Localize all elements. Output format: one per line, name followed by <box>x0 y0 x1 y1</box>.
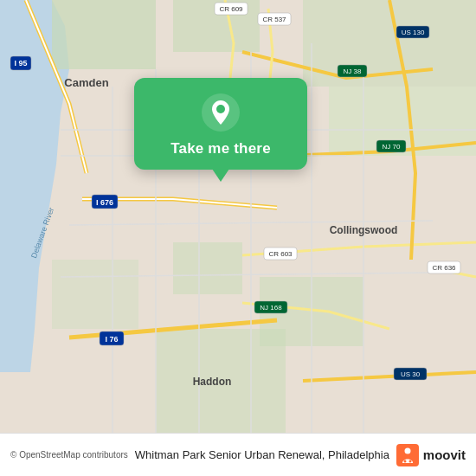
svg-rect-8 <box>52 260 138 329</box>
svg-point-39 <box>216 105 225 113</box>
svg-text:CR 609: CR 609 <box>219 5 243 13</box>
svg-point-41 <box>404 447 410 453</box>
svg-text:CR 537: CR 537 <box>262 16 286 23</box>
svg-text:CR 636: CR 636 <box>432 264 456 272</box>
svg-text:US 30: US 30 <box>401 370 421 378</box>
svg-rect-6 <box>173 242 242 294</box>
location-pin-icon <box>202 93 240 132</box>
svg-text:Haddon: Haddon <box>193 376 232 388</box>
svg-point-43 <box>408 460 411 462</box>
moovit-text: moovit <box>423 447 466 462</box>
map-background: CR 609 CR 537 US 130 NJ 38 NJ 70 I 95 I … <box>0 0 476 433</box>
svg-rect-40 <box>396 444 419 466</box>
svg-text:NJ 168: NJ 168 <box>260 304 282 312</box>
place-name: Whitman Park Senior Urban Renewal, Phila… <box>135 448 396 461</box>
copyright-text: © OpenStreetMap contributors <box>10 450 128 460</box>
svg-text:I 95: I 95 <box>14 59 27 68</box>
svg-text:CR 603: CR 603 <box>268 250 293 258</box>
svg-rect-2 <box>52 0 156 69</box>
svg-text:Collingswood: Collingswood <box>330 224 398 236</box>
bottom-bar: © OpenStreetMap contributors Whitman Par… <box>0 433 476 476</box>
svg-text:NJ 70: NJ 70 <box>383 143 401 151</box>
popup-label: Take me there <box>170 140 271 158</box>
svg-text:I 676: I 676 <box>96 198 113 207</box>
map-container: CR 609 CR 537 US 130 NJ 38 NJ 70 I 95 I … <box>0 0 476 433</box>
svg-text:I 76: I 76 <box>105 335 118 344</box>
svg-text:NJ 38: NJ 38 <box>344 68 362 75</box>
svg-point-42 <box>403 460 406 462</box>
svg-text:US 130: US 130 <box>402 29 425 36</box>
moovit-icon <box>396 444 419 466</box>
popup-card[interactable]: Take me there <box>134 78 307 170</box>
moovit-logo: moovit <box>396 444 466 466</box>
svg-text:Camden: Camden <box>64 76 108 89</box>
